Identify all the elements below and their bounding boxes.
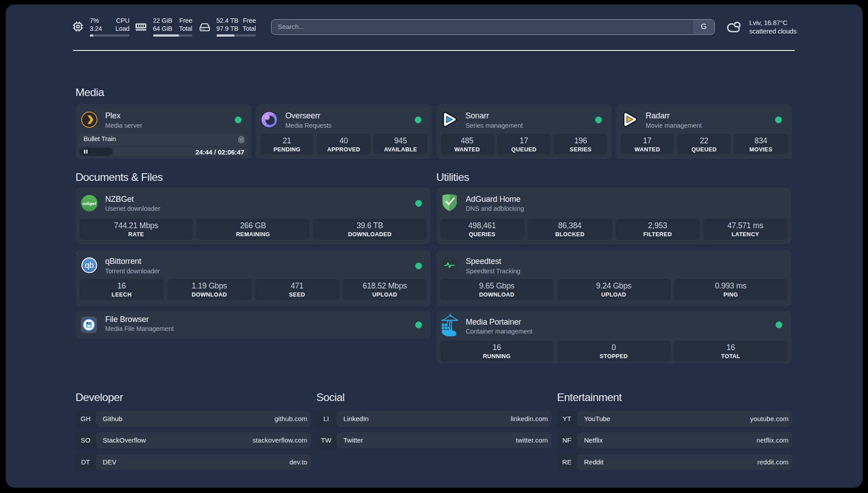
svg-text:nzbget: nzbget [82, 201, 96, 206]
svg-text:qb: qb [84, 261, 93, 270]
